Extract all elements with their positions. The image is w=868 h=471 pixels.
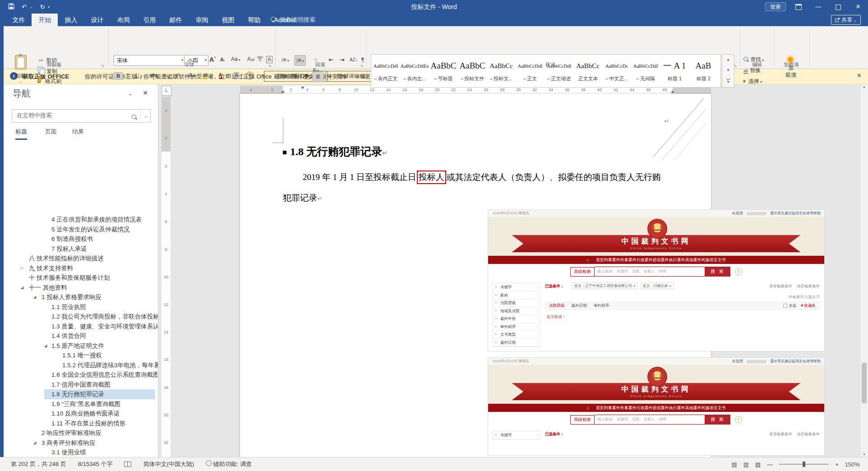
close-icon[interactable]: ✕ (848, 0, 868, 14)
navigation-pane-options-icon[interactable]: ⌄ (128, 90, 133, 97)
filter-menu-item[interactable]: 审判程序› (493, 323, 540, 331)
outline-item[interactable]: 1.4 供货合同 (4, 331, 158, 341)
search-icon[interactable] (132, 113, 139, 121)
text-effects-button[interactable]: A (189, 72, 195, 78)
paragraph-dialog-launcher-icon[interactable]: ↘ (360, 63, 364, 68)
styles-gallery-more[interactable]: ▲ ▼ ▼ (722, 54, 734, 88)
zoom-level[interactable]: 150% (845, 461, 860, 468)
subscript-button[interactable]: x₂ (163, 72, 168, 78)
expand-collapse-icon[interactable]: ◢ (42, 341, 49, 351)
style-item[interactable]: AaBbCcDdI ↵无间隔 (631, 55, 660, 87)
align-center-button[interactable]: ≡ (291, 71, 301, 81)
outline-item[interactable]: 1.10 反商业贿赂书面承诺 (4, 409, 158, 419)
highlight-color-button[interactable]: ab (203, 72, 208, 78)
pinyin-guide-button[interactable]: wén文 (257, 55, 263, 61)
scrollbar-thumb[interactable] (862, 363, 867, 403)
site-top-link[interactable]: 意见建议 (777, 211, 792, 215)
borders-button[interactable]: ⊞ (359, 71, 370, 81)
outline-item[interactable]: 5 近年发生的诉讼及仲裁情况 (4, 225, 158, 235)
save-conditions-link[interactable]: 保存检索条件 (769, 284, 792, 289)
navigation-pane-close-icon[interactable]: ✕ (143, 89, 148, 97)
ribbon-display-options-icon[interactable] (789, 0, 808, 14)
outline-item[interactable]: 1.9 “三商”黑名单查询截图 (4, 399, 158, 409)
justify-button[interactable]: ≣ (312, 71, 324, 82)
clear-formatting-button[interactable]: A (247, 56, 254, 62)
outline-item[interactable]: ▷ 九 技术支持资料 (4, 263, 158, 273)
filter-menu-item[interactable]: 文书类型› (493, 331, 540, 339)
save-conditions-link[interactable]: 保存检索条件 (769, 432, 792, 437)
gallery-up-icon[interactable]: ▲ (726, 58, 730, 62)
site-nav-item[interactable]: 执行案件 (669, 406, 685, 410)
document-heading[interactable]: 1.8 无行贿犯罪记录↵ (283, 144, 388, 159)
maximize-icon[interactable] (828, 0, 848, 14)
signin-button[interactable]: 登录 (765, 2, 786, 11)
site-nav-item[interactable]: 刑事案件 (604, 258, 620, 262)
filter-menu-item[interactable]: 裁判年份› (493, 315, 540, 323)
line-spacing-button[interactable]: ⇕≡ (336, 71, 346, 81)
site-nav-item[interactable]: 其他案件 (685, 258, 702, 262)
format-painter-button[interactable]: 格式刷 (38, 77, 61, 85)
navigation-tab[interactable]: 结果 (72, 128, 84, 139)
site-nav-item[interactable]: 赔偿案件 (653, 258, 669, 262)
sort-option[interactable]: 裁判日期↓ (572, 303, 589, 309)
site-nav-item[interactable]: 民族语言文书 (702, 258, 726, 262)
style-item[interactable]: AaBbCcDdI ↵正文缩进 (545, 55, 573, 87)
paste-button[interactable]: 粘贴 ⌄ (9, 55, 32, 85)
zoom-slider-thumb[interactable] (803, 462, 805, 467)
site-nav-item[interactable]: 刑事案件 (604, 406, 620, 410)
distribute-button[interactable]: ⇿ (324, 71, 335, 81)
site-top-link[interactable]: 使用帮助 (806, 211, 821, 215)
site-search-input[interactable]: 输入案由、关键词、法院、当事人、律师 (595, 415, 705, 425)
style-item[interactable]: AaBbCc 正文文本 (573, 55, 602, 87)
advanced-search-button[interactable]: 高级检索 (570, 267, 595, 277)
outline-item[interactable]: 1.7 信用中国查询截图 (4, 380, 158, 390)
scroll-up-icon[interactable]: ▲ (860, 85, 868, 89)
site-nav-item[interactable]: 民事案件 (620, 258, 637, 262)
outline-item[interactable]: 4 正在供货和新承接的项目情况表 (4, 215, 158, 225)
outline-item[interactable]: ◢ 1.5 原产地证明文件 (4, 341, 158, 351)
bold-button[interactable]: B (114, 72, 123, 80)
filter-menu-item[interactable]: 地域及法院› (493, 307, 540, 315)
web-layout-icon[interactable]: ▧ (755, 461, 761, 468)
gallery-down-icon[interactable]: ▼ (726, 68, 730, 72)
outline-item[interactable]: 1.8 无行贿犯罪记录 (4, 389, 158, 399)
outline-item[interactable]: 1.11 不存在禁止投标的情形 (4, 419, 158, 429)
outline-item[interactable]: 2 响应性评审标准响应 (4, 428, 158, 438)
tell-me-search[interactable]: 操作说明搜索 (271, 14, 315, 26)
document-scrollbar[interactable]: ▲ ▼ (860, 84, 868, 457)
character-border-button[interactable]: A (266, 56, 272, 63)
gallery-expand-icon[interactable]: ▼ (726, 79, 730, 84)
outline-item[interactable]: 1.1 营业执照 (4, 302, 158, 312)
style-item[interactable]: AaBbC ↵节标题 (429, 55, 458, 87)
zoom-slider[interactable] (779, 464, 829, 465)
vertical-ruler[interactable]: 42 246810121416182022 (162, 97, 171, 457)
site-search-button[interactable]: 搜 索 (705, 415, 730, 425)
site-top-link[interactable]: 返回主站 (792, 359, 806, 363)
outline-item[interactable]: ◢ 1 投标人资格要求响应 (4, 292, 158, 302)
help-icon[interactable]: ? (735, 268, 742, 275)
help-icon[interactable]: ? (735, 416, 742, 423)
ribbon-tab[interactable]: 视图 (215, 14, 241, 26)
clear-conditions-link[interactable]: 清空检索条件 (797, 284, 820, 289)
outline-item[interactable]: 十 技术服务和质保期服务计划 (4, 273, 158, 283)
first-line-indent-marker[interactable] (301, 87, 305, 89)
enclose-characters-button[interactable]: 字 (246, 72, 254, 79)
superscript-button[interactable]: x² (175, 72, 179, 78)
expand-collapse-icon[interactable]: ◢ (32, 438, 38, 448)
search-dropdown-icon[interactable]: ⌄ (144, 114, 148, 118)
style-item[interactable]: AaBbCcDdEe ↵表内左... (400, 55, 429, 87)
site-nav-item[interactable]: 赔偿案件 (653, 406, 669, 410)
outline-item[interactable]: 八 技术性能指标的详细描述 (4, 254, 158, 263)
filter-menu-item[interactable]: 裁判日期› (493, 339, 540, 347)
select-button[interactable]: 选择 (743, 78, 762, 85)
tab-selector-box[interactable]: L (162, 86, 171, 96)
clipboard-dialog-launcher-icon[interactable]: ↘ (101, 63, 105, 68)
word-count[interactable]: 8/15345 个字 (78, 460, 113, 468)
outline-item[interactable]: 1.5.1 唯一授权 (4, 351, 158, 360)
style-item[interactable]: 一 A 1 标题 1 (660, 55, 689, 87)
ribbon-tab[interactable]: 插入 (58, 14, 84, 26)
character-shading-button[interactable]: A (234, 72, 239, 78)
site-top-link[interactable]: 返回主站 (792, 211, 806, 215)
bullets-button[interactable]: ⁝≡ (280, 55, 291, 65)
underline-button[interactable]: U (135, 72, 142, 79)
